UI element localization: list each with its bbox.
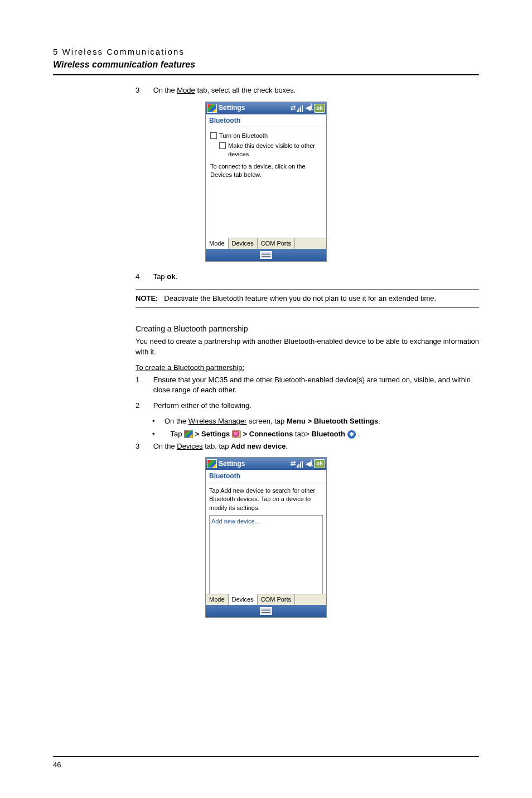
note-rule-bottom [136, 307, 479, 308]
start-icon[interactable] [207, 104, 217, 113]
step-number: 3 [136, 85, 151, 95]
devices-list[interactable]: Add new device... [209, 515, 323, 601]
tab-devices[interactable]: Devices [229, 238, 258, 249]
screen-title: Settings [219, 103, 291, 113]
step-4: 4 Tap ok. [136, 272, 479, 282]
page-number: 46 [53, 760, 479, 770]
tab-mode[interactable]: Mode [206, 594, 229, 605]
tab-com-ports[interactable]: COM Ports [258, 594, 295, 605]
tabs: Mode Devices COM Ports [206, 594, 326, 605]
ok-button[interactable]: ok [314, 104, 325, 113]
devices-tab-ref: Devices [177, 442, 202, 450]
bluetooth-mode-screenshot: Settings ⇄ ◀ἰ ok Bluetooth Turn on Bluet… [205, 102, 327, 262]
procedure-heading: To create a Bluetooth partnership: [136, 363, 479, 373]
partnership-heading: Creating a Bluetooth partnership [136, 324, 479, 335]
partnership-step-3: 3 On the Devices tab, tap Add new device… [136, 441, 479, 451]
bluetooth-heading: Bluetooth [206, 470, 326, 483]
step-text: Perform either of the following. [153, 401, 477, 411]
bluetooth-heading: Bluetooth [206, 114, 326, 128]
bullet-icon: • [152, 416, 165, 426]
wireless-manager-ref: Wireless Manager [188, 417, 247, 425]
keyboard-icon[interactable] [260, 251, 272, 259]
info-text: To connect to a device, click on the Dev… [210, 162, 322, 180]
partnership-step-2: 2 Perform either of the following. [136, 401, 479, 411]
header-rule [53, 74, 479, 75]
tabs: Mode Devices COM Ports [206, 238, 326, 249]
step-text: Tap ok. [153, 272, 477, 282]
mode-tab-ref: Mode [177, 86, 195, 94]
turn-on-bluetooth-checkbox[interactable]: Turn on Bluetooth [210, 132, 322, 140]
ok-button[interactable]: ok [314, 459, 325, 468]
bottombar [206, 605, 326, 617]
step-3: 3 On the Mode tab, select all the check … [136, 85, 479, 95]
titlebar: Settings ⇄ ◀ἰ ok [206, 102, 326, 114]
bluetooth-icon: ✱ [347, 430, 356, 439]
start-icon[interactable] [207, 459, 217, 468]
tab-mode[interactable]: Mode [206, 238, 229, 249]
screen-title: Settings [219, 459, 291, 469]
titlebar: Settings ⇄ ◀ἰ ok [206, 458, 326, 470]
bluetooth-devices-screenshot: Settings ⇄ ◀ἰ ok Bluetooth Tap Add new d… [205, 457, 327, 618]
bottombar [206, 249, 326, 261]
step-text: On the Mode tab, select all the check bo… [153, 85, 477, 95]
settings-icon [232, 430, 241, 438]
step-number: 3 [136, 441, 151, 451]
signal-icon[interactable] [297, 104, 304, 112]
screen-body: Tap Add new device to search for other B… [206, 483, 326, 594]
section-title: Wireless communication features [53, 59, 479, 71]
start-icon [184, 430, 193, 438]
step-text: On the Devices tab, tap Add new device. [153, 441, 477, 451]
note-label: NOTE: [136, 294, 158, 302]
step-number: 1 [136, 375, 151, 385]
partnership-step-1: 1 Ensure that your MC35 and the other Bl… [136, 375, 479, 395]
checkbox-label: Make this device visible to other device… [228, 142, 322, 159]
devices-instruction: Tap Add new device to search for other B… [209, 487, 323, 512]
checkbox-label: Turn on Bluetooth [219, 132, 268, 140]
note-block: NOTE: Deactivate the Bluetooth feature w… [136, 294, 479, 304]
keyboard-icon[interactable] [260, 607, 272, 615]
connectivity-icon[interactable]: ⇄ [291, 104, 296, 112]
checkbox-icon[interactable] [219, 142, 226, 149]
connectivity-icon[interactable]: ⇄ [291, 459, 296, 468]
step-number: 2 [136, 401, 151, 411]
footer-rule [53, 756, 479, 757]
chapter-title: 5 Wireless Communications [53, 46, 479, 57]
bullet-wireless-manager: • On the Wireless Manager screen, tap Me… [152, 416, 479, 426]
signal-icon[interactable] [297, 460, 304, 468]
note-rule-top [136, 289, 479, 290]
footer: 46 [53, 756, 479, 770]
bullet-icon: • [152, 429, 165, 439]
tab-devices[interactable]: Devices [229, 594, 258, 605]
partnership-intro: You need to create a partnership with an… [136, 336, 479, 357]
step-number: 4 [136, 272, 151, 282]
checkbox-icon[interactable] [210, 132, 217, 139]
make-visible-checkbox[interactable]: Make this device visible to other device… [219, 142, 322, 159]
add-new-device-item[interactable]: Add new device... [211, 517, 321, 526]
speaker-icon[interactable]: ◀ἰ [306, 459, 313, 469]
bullet-settings-path: • Tap > Settings > Connections tab> Blue… [152, 429, 479, 439]
tab-com-ports[interactable]: COM Ports [258, 238, 295, 249]
step-text: Ensure that your MC35 and the other Blue… [153, 375, 477, 395]
screen-body: Turn on Bluetooth Make this device visib… [206, 127, 326, 238]
speaker-icon[interactable]: ◀ἰ [306, 103, 313, 113]
note-text: Deactivate the Bluetooth feature when yo… [164, 294, 436, 302]
